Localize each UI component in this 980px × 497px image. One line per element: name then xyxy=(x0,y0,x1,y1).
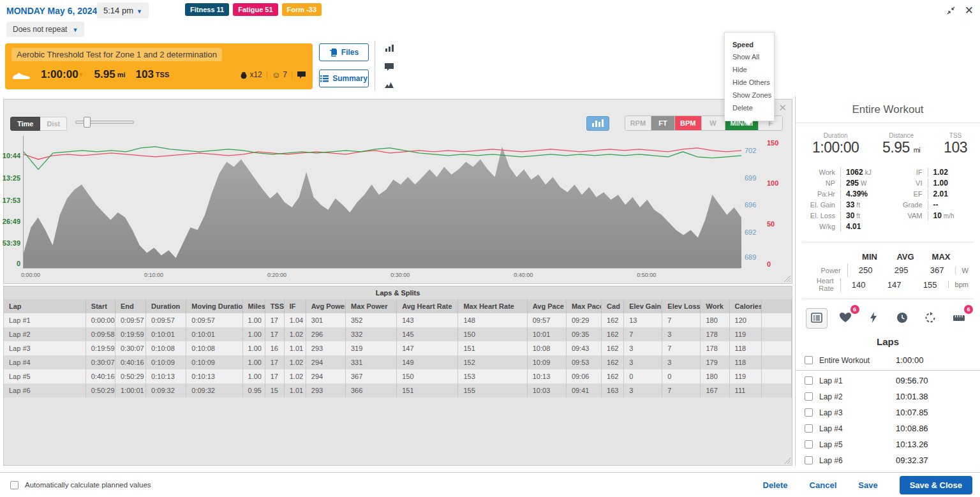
pace-axis-label: 10:44 xyxy=(0,152,20,159)
workout-date[interactable]: MONDAY May 6, 2024 xyxy=(6,6,97,16)
lap-checkbox[interactable] xyxy=(805,440,813,449)
zoom-slider[interactable] xyxy=(75,121,134,124)
time-dropdown[interactable]: 5:14 pm▼ xyxy=(97,3,149,19)
collapse-icon[interactable] xyxy=(946,6,956,15)
column-header[interactable]: Max Pace xyxy=(566,299,601,313)
comment-icon[interactable] xyxy=(297,71,306,79)
menu-item-hide[interactable]: Hide xyxy=(725,63,774,76)
save-button[interactable]: Save xyxy=(858,480,877,490)
lap-list-item[interactable]: Lap #510:13.26 xyxy=(796,436,980,452)
tss-value[interactable]: 103 xyxy=(135,68,153,81)
column-header[interactable]: Miles xyxy=(242,299,265,313)
lap-checkbox[interactable] xyxy=(805,456,813,464)
column-header[interactable]: Avg Heart Rate xyxy=(397,299,458,313)
table-cell: 352 xyxy=(345,313,396,327)
detail-tab-cadence[interactable] xyxy=(919,308,941,329)
metric-badge[interactable]: Fatigue 51 xyxy=(233,3,278,16)
column-header[interactable]: Moving Duration xyxy=(186,299,242,313)
column-header[interactable]: Max Heart Rate xyxy=(458,299,527,313)
metric-badge[interactable]: Fitness 11 xyxy=(185,3,229,16)
column-header[interactable]: End xyxy=(115,299,145,313)
column-header[interactable]: Elev Loss xyxy=(662,299,701,313)
files-button[interactable]: Files xyxy=(319,43,369,61)
lap-checkbox[interactable] xyxy=(805,376,813,385)
table-cell: 293 xyxy=(306,341,345,355)
metric-button-ft[interactable]: FT xyxy=(651,116,675,130)
column-header[interactable]: TSS xyxy=(265,299,284,313)
table-cell: 17 xyxy=(265,355,284,369)
table-row[interactable]: Lap #60:50:291:00:010:09:320:09:320.9515… xyxy=(4,383,792,397)
column-header[interactable]: Elev Gain xyxy=(624,299,662,313)
detail-tab-ruler[interactable]: 6 xyxy=(948,308,970,329)
lap-list-item[interactable]: Entire Workout1:00:00 xyxy=(796,352,980,371)
chart-view-icon[interactable] xyxy=(385,43,394,54)
zoom-slider-handle[interactable] xyxy=(84,117,91,128)
metric-button-w[interactable]: W xyxy=(702,116,725,130)
table-row[interactable]: Lap #40:30:070:40:160:10:090:10:091.0017… xyxy=(4,355,792,369)
table-cell: 09:57 xyxy=(527,313,566,327)
table-cell: 0:09:57 xyxy=(115,313,145,327)
lap-list-item[interactable]: Lap #609:32.37 xyxy=(796,452,980,468)
chart-close-icon[interactable]: ✕ xyxy=(778,102,787,114)
menu-item-show-all[interactable]: Show All xyxy=(725,50,774,63)
delete-button[interactable]: Delete xyxy=(763,480,788,490)
graph-style-button[interactable] xyxy=(586,116,609,131)
summary-button[interactable]: Summary xyxy=(319,70,369,87)
planned-duration[interactable]: 1:00:00 xyxy=(41,68,78,81)
detail-tab-clock[interactable] xyxy=(891,308,913,329)
metric-badge[interactable]: Form -33 xyxy=(282,3,322,16)
column-header[interactable]: Avg Pace xyxy=(527,299,566,313)
detail-tab-heart[interactable]: 6 xyxy=(835,308,856,329)
column-header[interactable]: Max Power xyxy=(345,299,396,313)
column-header[interactable]: IF xyxy=(284,299,306,313)
distance-value[interactable]: 5.95 xyxy=(94,68,115,81)
kettlebell-icon xyxy=(240,70,248,79)
lap-checkbox[interactable] xyxy=(805,392,813,401)
lap-list-item[interactable]: Lap #109:56.70 xyxy=(796,373,980,389)
column-header[interactable]: Avg Power xyxy=(306,299,345,313)
workout-title[interactable]: Aerobic Threshold Test for Zone 1 and 2 … xyxy=(11,48,222,61)
table-cell: 162 xyxy=(602,369,624,383)
table-cell: 3 xyxy=(662,327,701,341)
elevation-view-icon[interactable] xyxy=(384,82,394,91)
table-row[interactable]: Lap #10:00:000:09:570:09:570:09:571.0017… xyxy=(4,313,792,327)
detail-tab-bolt[interactable] xyxy=(863,308,884,329)
lap-list-item[interactable]: Lap #210:01.38 xyxy=(796,389,980,404)
resize-grip[interactable] xyxy=(784,276,791,282)
menu-item-show-zones[interactable]: Show Zones xyxy=(725,89,774,101)
column-header[interactable]: Start xyxy=(85,299,115,313)
auto-calc-checkbox[interactable] xyxy=(10,481,19,489)
menu-item-delete[interactable]: Delete xyxy=(725,101,774,114)
resize-grip[interactable] xyxy=(784,457,791,464)
toggle-dist[interactable]: Dist xyxy=(40,117,67,131)
column-header[interactable]: Duration xyxy=(146,299,186,313)
lap-time: 10:08.86 xyxy=(896,424,928,433)
column-header[interactable]: Lap xyxy=(4,299,85,313)
comments-view-icon[interactable] xyxy=(384,63,394,73)
column-header[interactable]: Cad xyxy=(602,299,624,313)
workout-card[interactable]: Aerobic Threshold Test for Zone 1 and 2 … xyxy=(5,43,313,89)
menu-item-hide-others[interactable]: Hide Others xyxy=(725,76,774,89)
workout-graph[interactable] xyxy=(23,136,741,269)
metric-button-bpm[interactable]: BPM xyxy=(675,116,701,130)
detail-tab-list[interactable] xyxy=(806,308,828,329)
column-header[interactable]: Calories xyxy=(729,299,761,313)
table-row[interactable]: Lap #50:40:160:50:290:10:130:10:131.0017… xyxy=(4,369,792,383)
metric-button-rpm[interactable]: RPM xyxy=(625,116,651,130)
lap-checkbox[interactable] xyxy=(805,356,813,364)
repeat-dropdown[interactable]: Does not repeat▼ xyxy=(6,22,84,37)
stat-row: Pa:Hr4.39% xyxy=(801,189,888,199)
toggle-time[interactable]: Time xyxy=(10,117,40,131)
table-cell: 09:35 xyxy=(566,327,601,341)
pace-line-series xyxy=(24,147,741,170)
table-row[interactable]: Lap #20:09:580:19:590:10:010:10:011.0017… xyxy=(4,327,792,341)
lap-checkbox[interactable] xyxy=(805,408,813,417)
table-row[interactable]: Lap #30:19:590:30:070:10:080:10:081.0016… xyxy=(4,341,792,355)
save-close-button[interactable]: Save & Close xyxy=(900,476,972,494)
column-header[interactable]: Work xyxy=(701,299,729,313)
lap-list-item[interactable]: Lap #410:08.86 xyxy=(796,420,980,436)
close-icon[interactable]: ✕ xyxy=(965,5,974,16)
lap-checkbox[interactable] xyxy=(805,424,813,433)
cancel-button[interactable]: Cancel xyxy=(810,480,837,490)
lap-list-item[interactable]: Lap #310:07.85 xyxy=(796,404,980,420)
